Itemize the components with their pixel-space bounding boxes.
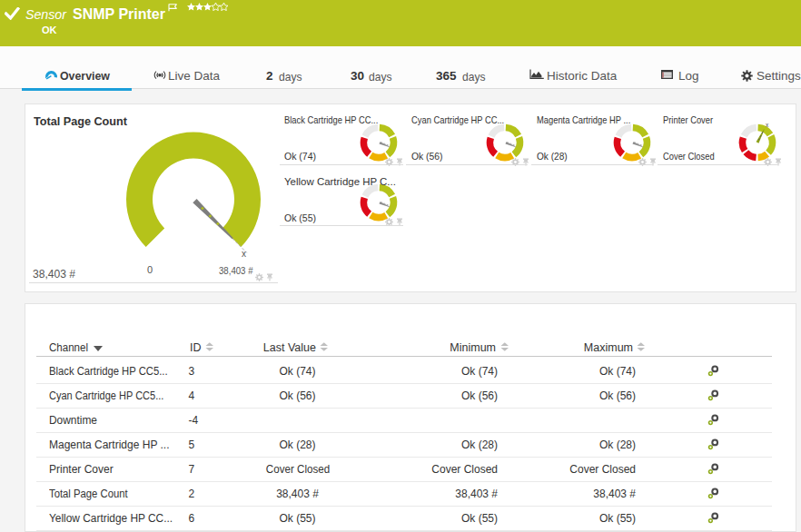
svg-text:x: x (765, 123, 768, 128)
svg-text:x: x (242, 249, 246, 259)
